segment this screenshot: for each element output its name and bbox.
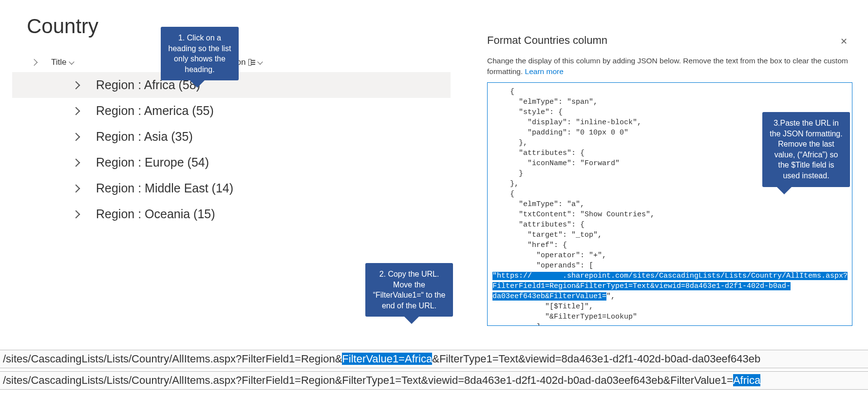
group-row[interactable]: Region : Europe (54)	[12, 150, 451, 175]
group-row[interactable]: Region : America (55)	[12, 98, 451, 124]
chevron-right-icon	[72, 81, 80, 89]
learn-more-link[interactable]: Learn more	[525, 67, 564, 76]
chevron-down-icon	[258, 59, 263, 64]
group-row[interactable]: Region : Middle East (14)	[12, 175, 451, 201]
expand-all-chevron-icon[interactable]	[31, 59, 38, 66]
group-row[interactable]: Region : Oceania (15)	[12, 201, 451, 227]
group-label: Region : Oceania (15)	[96, 207, 215, 221]
close-icon[interactable]: ✕	[840, 36, 848, 47]
chevron-right-icon	[72, 184, 80, 192]
callout-step-1: 1. Click on a heading so the list only s…	[161, 27, 239, 80]
json-editor[interactable]: { "elmType": "span", "style": { "display…	[487, 82, 852, 326]
chevron-right-icon	[72, 132, 80, 141]
chevron-right-icon	[72, 158, 80, 167]
group-label: Region : Asia (35)	[96, 130, 193, 144]
url-example-2: /sites/CascadingLists/Lists/Country/AllI…	[0, 371, 868, 390]
chevron-right-icon	[72, 107, 80, 115]
group-label: Region : Middle East (14)	[96, 181, 233, 195]
highlighted-url: "https:// .sharepoint.com/sites/Cascadin…	[492, 272, 848, 280]
panel-description: Change the display of this column by add…	[487, 56, 852, 76]
chevron-right-icon	[72, 210, 80, 218]
column-title[interactable]: Title	[51, 57, 74, 67]
chevron-down-icon	[69, 59, 74, 64]
url-example-1: /sites/CascadingLists/Lists/Country/AllI…	[0, 350, 868, 368]
group-label: Region : Europe (54)	[96, 155, 209, 170]
panel-title: Format Countries column	[487, 34, 852, 47]
group-label: Region : America (55)	[96, 104, 214, 118]
url-highlight: Africa	[733, 374, 760, 386]
group-by-icon	[248, 59, 255, 65]
url-highlight: FilterValue1=Africa	[342, 353, 432, 365]
format-column-panel: Format Countries column ✕ Change the dis…	[487, 34, 852, 326]
group-row[interactable]: Region : Asia (35)	[12, 124, 451, 150]
callout-step-2: 2. Copy the URL. Move the “FilterValue1=…	[365, 263, 453, 317]
